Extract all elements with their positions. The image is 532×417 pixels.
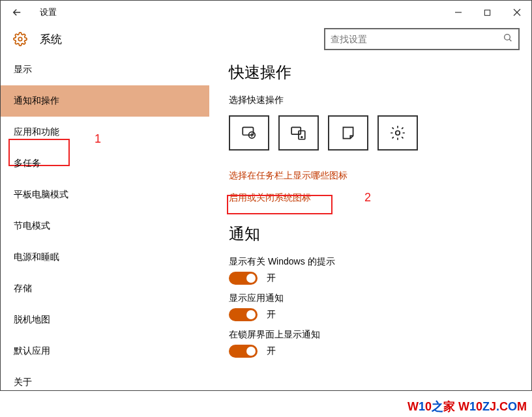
sidebar-item-2[interactable]: 应用和功能 (1, 117, 209, 148)
quick-action-tiles (229, 115, 512, 151)
header: 系统 (1, 24, 531, 54)
sidebar-item-9[interactable]: 默认应用 (1, 336, 209, 367)
toggle-switch[interactable] (229, 308, 258, 321)
toggle-state-label: 开 (267, 345, 276, 357)
search-input[interactable] (331, 34, 503, 44)
sidebar-item-3[interactable]: 多任务 (1, 148, 209, 179)
toggle-state-label: 开 (267, 309, 276, 321)
tile-note[interactable] (328, 115, 368, 151)
toggle-state-label: 开 (267, 272, 276, 284)
toggle-switch[interactable] (229, 272, 258, 285)
sidebar-item-10[interactable]: 关于 (1, 367, 209, 390)
maximize-button[interactable] (473, 1, 502, 24)
sidebar-item-7[interactable]: 存储 (1, 273, 209, 304)
sidebar-item-label: 脱机地图 (14, 314, 50, 326)
notification-setting-1: 显示应用通知开 (229, 293, 512, 321)
svg-point-5 (505, 35, 510, 40)
sidebar-item-label: 通知和操作 (14, 95, 59, 107)
sidebar: 1 显示通知和操作应用和功能多任务平板电脑模式节电模式电源和睡眠存储脱机地图默认… (1, 54, 209, 390)
sidebar-item-label: 节电模式 (14, 220, 50, 232)
tile-connect[interactable] (278, 115, 319, 151)
sidebar-item-label: 平板电脑模式 (14, 189, 68, 201)
svg-point-12 (396, 131, 400, 136)
tile-tablet-mode[interactable] (229, 115, 269, 151)
setting-label: 显示应用通知 (229, 293, 512, 304)
quick-actions-subhead: 选择快速操作 (229, 94, 512, 106)
sidebar-item-label: 应用和功能 (14, 126, 59, 138)
watermark: W10之家 W10ZJ.COM (407, 399, 527, 414)
sidebar-item-label: 默认应用 (14, 345, 50, 357)
window-title: 设置 (40, 7, 57, 18)
main-panel: 快速操作 选择快速操作 选择在任务栏上显示哪些图标 启用或关闭系统图标 2 (209, 54, 531, 390)
minimize-button[interactable] (443, 1, 473, 24)
sidebar-item-label: 显示 (14, 64, 32, 76)
content: 1 显示通知和操作应用和功能多任务平板电脑模式节电模式电源和睡眠存储脱机地图默认… (1, 54, 531, 390)
header-title: 系统 (40, 32, 62, 47)
notification-setting-2: 在锁屏界面上显示通知开 (229, 329, 512, 358)
notifications-section: 通知 显示有关 Windows 的提示开显示应用通知开在锁屏界面上显示通知开 (229, 223, 512, 358)
sidebar-item-label: 关于 (14, 377, 32, 388)
back-button[interactable] (1, 1, 33, 24)
sidebar-item-label: 多任务 (14, 158, 41, 169)
sidebar-item-0[interactable]: 显示 (1, 54, 209, 85)
svg-line-6 (509, 39, 511, 41)
setting-label: 在锁屏界面上显示通知 (229, 329, 512, 341)
tile-all-settings[interactable] (377, 115, 418, 151)
sidebar-item-label: 电源和睡眠 (14, 252, 59, 263)
settings-window: 设置 系统 1 显示通知和操作应用和功能多任务平板电脑模式节电模式电源和睡眠存储… (0, 0, 532, 391)
search-icon (503, 33, 513, 46)
sidebar-item-label: 存储 (14, 283, 32, 295)
gear-icon (12, 31, 28, 47)
sidebar-item-4[interactable]: 平板电脑模式 (1, 179, 209, 210)
search-box[interactable] (324, 28, 520, 50)
link-taskbar-icons[interactable]: 选择在任务栏上显示哪些图标 (229, 170, 512, 182)
svg-point-11 (301, 137, 303, 138)
toggle-switch[interactable] (229, 345, 258, 358)
close-button[interactable] (502, 1, 531, 24)
sidebar-item-1[interactable]: 通知和操作 (1, 85, 209, 117)
svg-point-4 (18, 37, 22, 41)
annotation-label-2: 2 (364, 191, 371, 205)
titlebar: 设置 (1, 1, 531, 24)
sidebar-item-6[interactable]: 电源和睡眠 (1, 242, 209, 273)
setting-label: 显示有关 Windows 的提示 (229, 256, 512, 268)
sidebar-item-5[interactable]: 节电模式 (1, 210, 209, 242)
notification-setting-0: 显示有关 Windows 的提示开 (229, 256, 512, 285)
quick-actions-heading: 快速操作 (229, 62, 512, 83)
svg-rect-1 (484, 10, 490, 15)
sidebar-item-8[interactable]: 脱机地图 (1, 304, 209, 336)
notifications-heading: 通知 (229, 223, 512, 244)
